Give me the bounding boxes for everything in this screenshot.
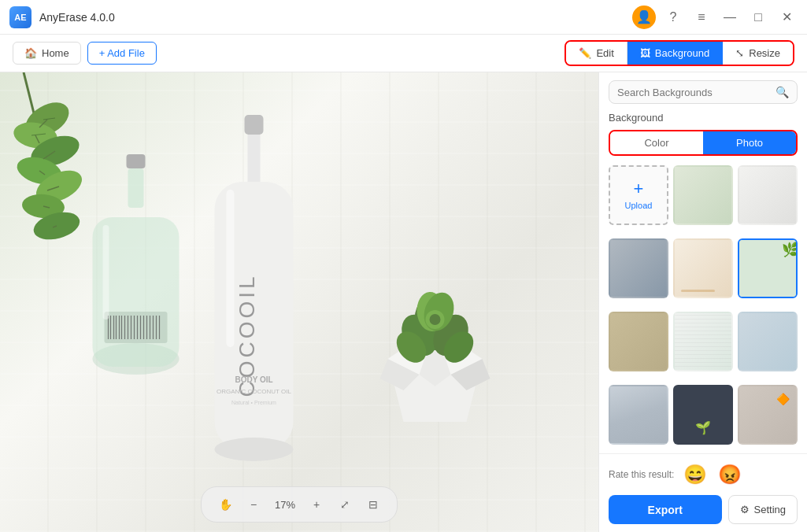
toolbar-right: ✏️ Edit 🖼 Background ⤡ Resize <box>565 40 794 66</box>
svg-rect-42 <box>248 135 261 182</box>
resize-mode-button[interactable]: ⤡ Resize <box>723 42 793 65</box>
thumbnail-item[interactable] <box>609 385 668 445</box>
thumbnail-item[interactable] <box>738 312 798 371</box>
svg-rect-17 <box>127 154 146 168</box>
menu-button[interactable]: ≡ <box>690 6 713 28</box>
thumbnail-item[interactable]: 🔶 <box>738 385 798 445</box>
color-tab[interactable]: Color <box>610 131 703 154</box>
background-mode-button[interactable]: 🖼 Background <box>627 42 723 65</box>
home-icon: 🏠 <box>24 47 37 59</box>
setting-button[interactable]: ⚙ Setting <box>728 495 798 524</box>
home-button[interactable]: 🏠 Home <box>13 42 81 65</box>
title-bar-controls: 👤 ? ≡ — □ ✕ <box>632 6 798 29</box>
edit-mode-button[interactable]: ✏️ Edit <box>566 42 627 65</box>
canvas-toolbar: ✋ − 17% + ⤢ ⊟ <box>201 486 398 523</box>
add-file-button[interactable]: + Add File <box>87 42 157 65</box>
thumbnail-item-selected[interactable]: 🌿 <box>738 238 798 298</box>
svg-point-44 <box>215 438 294 461</box>
zoom-out-button[interactable]: − <box>242 493 265 515</box>
thumbnail-item[interactable] <box>609 238 668 298</box>
setting-icon: ⚙ <box>740 504 750 515</box>
angry-emoji-button[interactable]: 😡 <box>716 462 743 487</box>
svg-rect-40 <box>103 225 109 320</box>
thumbnail-item[interactable] <box>738 165 798 225</box>
background-type-tabs: Color Photo <box>609 130 798 156</box>
title-bar: AE AnyErase 4.0.0 👤 ? ≡ — □ ✕ <box>0 0 807 35</box>
svg-rect-49 <box>227 190 235 347</box>
hand-tool-button[interactable]: ✋ <box>214 493 236 515</box>
svg-rect-41 <box>245 115 264 135</box>
resize-icon: ⤡ <box>735 47 744 59</box>
canvas-background: COCOOIL BODY OIL ORGANIC COCONUT OIL Nat… <box>0 72 598 532</box>
svg-point-65 <box>430 314 441 325</box>
background-icon: 🖼 <box>640 47 650 59</box>
toolbar-left: 🏠 Home + Add File <box>13 42 157 65</box>
svg-text:BODY OIL: BODY OIL <box>235 375 272 384</box>
svg-text:🌿: 🌿 <box>782 241 796 258</box>
minimize-button[interactable]: — <box>719 6 741 28</box>
help-button[interactable]: ? <box>662 6 684 28</box>
svg-rect-18 <box>128 168 144 208</box>
canvas-area[interactable]: COCOOIL BODY OIL ORGANIC COCONUT OIL Nat… <box>0 72 598 532</box>
panel-bottom: Rate this result: 😄 😡 Export ⚙ Setting <box>599 453 807 532</box>
main-content: COCOOIL BODY OIL ORGANIC COCONUT OIL Nat… <box>0 72 807 532</box>
main-toolbar: 🏠 Home + Add File ✏️ Edit 🖼 Background ⤡… <box>0 35 807 72</box>
happy-emoji-button[interactable]: 😄 <box>682 462 709 487</box>
export-button[interactable]: Export <box>609 495 722 524</box>
products-image: COCOOIL BODY OIL ORGANIC COCONUT OIL Nat… <box>18 91 530 501</box>
search-bar[interactable]: 🔍 <box>609 80 798 104</box>
title-bar-left: AE AnyErase 4.0.0 <box>9 6 115 28</box>
app-logo: AE <box>9 6 31 28</box>
view-mode-group: ✏️ Edit 🖼 Background ⤡ Resize <box>565 40 794 66</box>
search-icon[interactable]: 🔍 <box>776 86 789 98</box>
upload-label: Upload <box>625 201 653 210</box>
svg-text:Natural • Premium: Natural • Premium <box>231 400 276 405</box>
zoom-level: 17% <box>271 499 299 511</box>
edit-icon: ✏️ <box>579 47 591 59</box>
user-avatar-button[interactable]: 👤 <box>632 6 656 29</box>
thumbnail-grid: + Upload 🌿 <box>599 165 807 453</box>
plus-icon: + <box>634 180 644 198</box>
rate-label: Rate this result: <box>609 469 674 480</box>
thumbnail-item[interactable] <box>673 238 733 298</box>
upload-button[interactable]: + Upload <box>609 165 668 225</box>
action-buttons: Export ⚙ Setting <box>609 495 798 524</box>
svg-text:ORGANIC COCONUT OIL: ORGANIC COCONUT OIL <box>217 388 292 395</box>
background-section: Background Color Photo <box>599 112 807 165</box>
thumbnail-item[interactable]: 🌱 <box>673 385 733 445</box>
rate-row: Rate this result: 😄 😡 <box>609 462 798 487</box>
right-panel: 🔍 Background Color Photo + Upload <box>598 72 807 532</box>
background-label: Background <box>609 112 798 124</box>
thumbnail-item[interactable] <box>673 312 733 371</box>
split-view-button[interactable]: ⊟ <box>362 493 384 515</box>
zoom-in-button[interactable]: + <box>305 493 328 515</box>
app-name: AnyErase 4.0.0 <box>39 11 115 24</box>
thumbnail-item[interactable] <box>673 165 733 225</box>
search-input[interactable] <box>617 87 776 98</box>
thumbnail-item[interactable] <box>609 312 668 371</box>
fullscreen-button[interactable]: ⤢ <box>334 493 356 515</box>
close-button[interactable]: ✕ <box>776 6 798 28</box>
photo-tab[interactable]: Photo <box>703 131 796 154</box>
maximize-button[interactable]: □ <box>747 6 769 28</box>
